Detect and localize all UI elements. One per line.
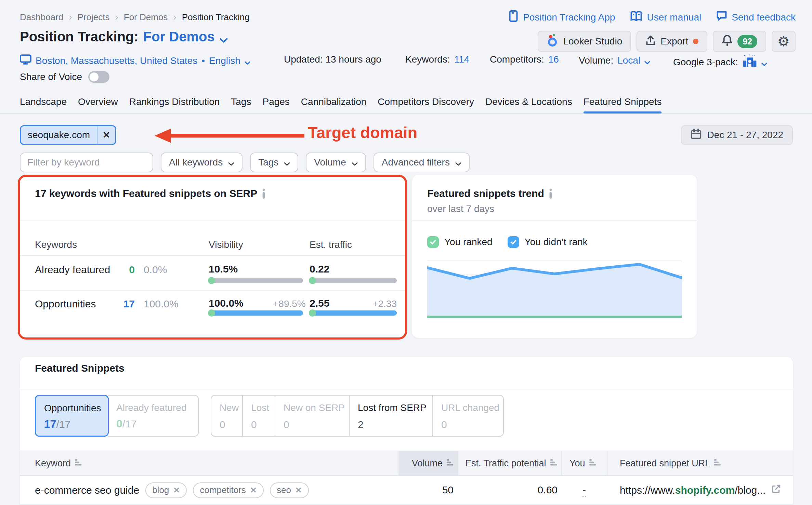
- tab-landscape[interactable]: Landscape: [20, 96, 67, 114]
- table-row[interactable]: e-commerce seo guide blog ✕ competitors …: [20, 476, 793, 505]
- trend-chart: [427, 259, 682, 320]
- tab-devices-locations[interactable]: Devices & Locations: [485, 96, 572, 114]
- chevron-down-icon: [228, 158, 234, 169]
- export-button[interactable]: Export: [637, 31, 707, 52]
- project-selector[interactable]: For Demos: [143, 29, 215, 44]
- column-header-keyword[interactable]: Keyword: [35, 451, 82, 475]
- summary-card-title: 17 keywords with Featured snippets on SE…: [35, 188, 265, 201]
- date-range-picker[interactable]: Dec 21 - 27, 2022: [681, 125, 793, 145]
- filter-lost-from-serp[interactable]: Lost from SERP 2: [350, 396, 432, 436]
- google-3pack-selector[interactable]: Google 3-pack:: [673, 54, 767, 70]
- notifications-button[interactable]: 92: [713, 31, 766, 52]
- tab-featured-snippets[interactable]: Featured Snippets: [584, 96, 662, 114]
- external-link-icon[interactable]: [771, 484, 781, 496]
- traffic-delta: +2.33: [367, 298, 397, 309]
- looker-studio-button[interactable]: Looker Studio: [538, 31, 631, 52]
- filter-value: 0: [116, 417, 122, 430]
- tag-label: competitors: [200, 485, 246, 495]
- position-tracking-app-link[interactable]: Position Tracking App: [508, 10, 615, 24]
- info-icon[interactable]: [262, 188, 265, 201]
- user-manual-link[interactable]: User manual: [630, 11, 701, 24]
- column-header-you[interactable]: You: [569, 451, 596, 475]
- remove-tag-icon[interactable]: ✕: [173, 486, 180, 495]
- header-actions: Looker Studio Export 92 ⚙: [538, 31, 796, 52]
- header-underline: [20, 255, 405, 255]
- page-title-text: Position Tracking:: [20, 29, 139, 44]
- settings-button[interactable]: ⚙: [772, 31, 796, 52]
- tab-pages[interactable]: Pages: [262, 96, 289, 114]
- competitors-count-value[interactable]: 16: [548, 54, 559, 65]
- featured-snippets-trend-card: Featured snippets trend over last 7 days…: [412, 175, 697, 338]
- quick-links: Position Tracking App User manual Send f…: [508, 10, 796, 24]
- filter-already-featured[interactable]: Already featured 0/17: [108, 395, 199, 437]
- tags-dropdown[interactable]: Tags: [250, 152, 298, 172]
- send-feedback-link[interactable]: Send feedback: [716, 11, 796, 24]
- breadcrumb: Dashboard › Projects › For Demos › Posit…: [20, 12, 250, 23]
- card-divider: [20, 389, 793, 389]
- you-cell[interactable]: -: [577, 484, 591, 496]
- column-header-snippet-url[interactable]: Featured snippet URL: [620, 451, 721, 475]
- opportunities-visibility: 100.0%: [209, 297, 244, 309]
- remove-tag-icon[interactable]: ✕: [295, 486, 302, 495]
- volume-selector[interactable]: Volume: Local: [579, 54, 650, 67]
- checkbox-checked-icon[interactable]: [508, 236, 519, 248]
- column-header-traffic-potential[interactable]: Est. Traffic potential: [465, 451, 557, 475]
- snippet-url-link[interactable]: https://www.shopify.com/blog...: [620, 484, 765, 496]
- legend-label: You ranked: [444, 237, 493, 248]
- trend-card-subtitle: over last 7 days: [427, 203, 494, 214]
- tab-cannibalization[interactable]: Cannibalization: [301, 96, 366, 114]
- dropdown-label: All keywords: [169, 157, 223, 168]
- location-language-selector[interactable]: Boston, Massachusetts, United States • E…: [20, 54, 250, 67]
- breadcrumb-item-for-demos[interactable]: For Demos: [124, 12, 168, 23]
- green-marker: [309, 277, 316, 284]
- visibility-bar: [209, 278, 303, 283]
- local-pack-storefront-icon: [742, 54, 757, 70]
- opportunities-share: 100.0%: [144, 298, 179, 310]
- keyword-tag-seo[interactable]: seo ✕: [270, 482, 309, 498]
- trend-card-title: Featured snippets trend: [427, 188, 552, 201]
- keyword-tag-competitors[interactable]: competitors ✕: [193, 482, 264, 498]
- tab-tags[interactable]: Tags: [231, 96, 251, 114]
- legend-you-didnt-rank[interactable]: You didn’t rank: [508, 236, 588, 248]
- checkbox-checked-icon[interactable]: [427, 236, 439, 248]
- sort-icon: [447, 458, 454, 469]
- filter-new-on-serp[interactable]: New on SERP 0: [275, 396, 349, 436]
- share-of-voice-toggle[interactable]: [88, 71, 109, 83]
- breadcrumb-item-projects[interactable]: Projects: [78, 12, 110, 23]
- remove-domain-icon[interactable]: ✕: [97, 126, 115, 144]
- chevron-down-icon[interactable]: [220, 31, 228, 46]
- legend-you-ranked[interactable]: You ranked: [427, 236, 493, 248]
- user-manual-icon: [630, 11, 642, 24]
- calendar-icon: [691, 129, 702, 142]
- all-keywords-dropdown[interactable]: All keywords: [161, 152, 243, 172]
- tag-label: blog: [152, 485, 169, 495]
- target-domain-chip[interactable]: seoquake.com ✕: [20, 125, 116, 145]
- tab-competitors-discovery[interactable]: Competitors Discovery: [378, 96, 474, 114]
- row-divider: [20, 290, 405, 291]
- filter-opportunities[interactable]: Opportunities 17/17: [35, 395, 109, 437]
- chevron-down-icon: [284, 158, 290, 169]
- updated-status: Updated: 13 hours ago: [284, 54, 381, 65]
- breadcrumb-separator: ›: [115, 12, 118, 23]
- chevron-down-icon: [644, 56, 650, 67]
- keywords-count-value[interactable]: 114: [454, 54, 470, 65]
- row-label: Already featured: [35, 264, 110, 276]
- breadcrumb-item-dashboard[interactable]: Dashboard: [20, 12, 63, 23]
- info-icon[interactable]: [549, 188, 552, 201]
- keyword-tag-blog[interactable]: blog ✕: [145, 482, 187, 498]
- advanced-filters-dropdown[interactable]: Advanced filters: [374, 152, 470, 172]
- volume-dropdown[interactable]: Volume: [306, 152, 366, 172]
- search-input[interactable]: [21, 153, 153, 172]
- column-header-est-traffic: Est. traffic: [310, 239, 352, 250]
- tab-rankings-distribution[interactable]: Rankings Distribution: [129, 96, 220, 114]
- filter-url-changed[interactable]: URL changed 0: [433, 396, 504, 436]
- column-header-volume[interactable]: Volume: [398, 451, 454, 475]
- export-label: Export: [660, 36, 688, 47]
- tab-overview[interactable]: Overview: [78, 96, 118, 114]
- remove-tag-icon[interactable]: ✕: [250, 486, 257, 495]
- upload-icon: [645, 35, 656, 48]
- filter-lost[interactable]: Lost 0: [243, 396, 275, 436]
- filter-new[interactable]: New 0: [211, 396, 242, 436]
- green-marker: [208, 309, 215, 317]
- breadcrumb-separator: ›: [173, 12, 176, 23]
